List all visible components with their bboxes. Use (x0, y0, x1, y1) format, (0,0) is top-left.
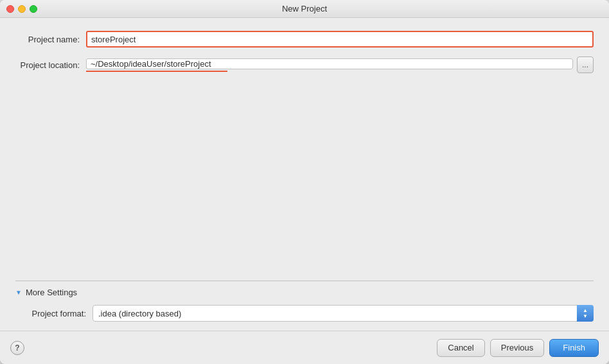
cancel-button[interactable]: Cancel (437, 339, 484, 357)
browse-button[interactable]: ... (577, 56, 594, 73)
content-area: Project name: Project location: ... ▼ Mo… (0, 18, 609, 331)
content-spacer (15, 82, 594, 281)
project-format-select-wrap: .idea (directory based) .ipr (file based… (93, 305, 594, 322)
new-project-window: New Project Project name: Project locati… (0, 0, 609, 364)
project-name-label: Project name: (15, 35, 86, 44)
maximize-button[interactable] (30, 5, 37, 13)
more-settings-section: ▼ More Settings Project format: .idea (d… (15, 281, 594, 331)
project-name-field-wrap (86, 31, 594, 48)
title-bar: New Project (0, 0, 609, 18)
project-name-input[interactable] (86, 31, 594, 48)
footer: ? Cancel Previous Finish (0, 331, 609, 364)
traffic-lights (6, 5, 37, 13)
project-location-input[interactable] (86, 58, 573, 69)
help-button[interactable]: ? (10, 341, 24, 355)
location-underline (86, 71, 227, 72)
project-format-label: Project format: (22, 309, 93, 318)
footer-left: ? (10, 341, 24, 355)
minimize-button[interactable] (18, 5, 26, 13)
project-location-field-wrap: ... (86, 56, 594, 73)
project-location-row: Project location: ... (15, 56, 594, 73)
project-name-row: Project name: (15, 31, 594, 48)
window-title: New Project (282, 4, 327, 13)
project-location-label: Project location: (15, 60, 86, 70)
close-button[interactable] (6, 5, 14, 13)
finish-button[interactable]: Finish (549, 339, 599, 357)
project-format-select[interactable]: .idea (directory based) .ipr (file based… (93, 305, 594, 322)
more-settings-header[interactable]: ▼ More Settings (15, 288, 594, 297)
project-format-row: Project format: .idea (directory based) … (15, 305, 594, 322)
footer-right: Cancel Previous Finish (437, 339, 599, 357)
expand-triangle-icon: ▼ (15, 289, 22, 296)
previous-button[interactable]: Previous (490, 339, 545, 357)
more-settings-label: More Settings (26, 288, 77, 297)
location-input-wrap (86, 58, 573, 72)
